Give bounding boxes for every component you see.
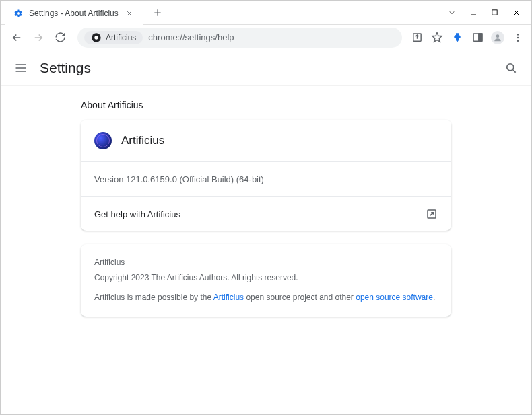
back-button[interactable]	[7, 28, 26, 47]
tab-title: Settings - About Artificius	[29, 9, 119, 18]
external-link-icon	[426, 208, 438, 220]
site-info-badge[interactable]: Artificius	[84, 31, 143, 44]
svg-point-8	[517, 36, 519, 38]
titlebar: Settings - About Artificius	[1, 1, 531, 25]
get-help-button[interactable]: Get help with Artificius	[81, 197, 451, 231]
side-panel-icon[interactable]	[471, 31, 484, 44]
new-tab-button[interactable]	[148, 3, 167, 22]
svg-rect-0	[492, 9, 497, 14]
profile-icon[interactable]	[491, 31, 504, 44]
share-icon[interactable]	[410, 31, 424, 44]
svg-point-2	[94, 36, 98, 39]
content-area: Settings About Artificius Artificius Ver…	[1, 50, 531, 414]
menu-icon[interactable]	[511, 31, 525, 44]
version-text: Version 121.0.6159.0 (Official Build) (6…	[81, 162, 451, 196]
browser-tab[interactable]: Settings - About Artificius	[5, 2, 143, 25]
forward-button[interactable]	[29, 28, 48, 47]
maximize-icon[interactable]	[491, 9, 500, 17]
info-oss-line: Artificius is made possible by the Artif…	[94, 291, 438, 304]
settings-header: Settings	[1, 50, 531, 86]
close-icon[interactable]	[124, 8, 135, 19]
minimize-icon[interactable]	[469, 9, 479, 17]
info-prefix: Artificius is made possible by the	[94, 293, 213, 302]
bookmark-icon[interactable]	[430, 31, 444, 44]
window-controls	[448, 9, 531, 17]
app-name: Artificius	[121, 134, 164, 147]
help-label: Get help with Artificius	[94, 209, 180, 219]
info-mid: open source project and other	[244, 293, 356, 302]
info-suffix: .	[433, 293, 435, 302]
search-icon[interactable]	[504, 61, 518, 75]
address-bar[interactable]: Artificius chrome://settings/help	[77, 28, 402, 48]
oss-link[interactable]: open source software	[356, 293, 433, 302]
hamburger-icon[interactable]	[14, 61, 28, 75]
svg-point-9	[517, 40, 519, 42]
gear-icon	[13, 8, 24, 19]
info-name: Artificius	[94, 256, 438, 269]
section-title: About Artificius	[81, 100, 451, 110]
info-card: Artificius Copyright 2023 The Artificius…	[81, 244, 451, 317]
app-header-row: Artificius	[81, 120, 451, 161]
svg-point-7	[517, 34, 519, 36]
about-card: Artificius Version 121.0.6159.0 (Officia…	[81, 120, 451, 231]
svg-rect-5	[478, 34, 481, 41]
svg-point-10	[507, 64, 514, 71]
artificius-link[interactable]: Artificius	[213, 293, 244, 302]
svg-point-6	[496, 34, 500, 38]
app-logo-icon	[94, 132, 112, 149]
close-icon[interactable]	[512, 9, 522, 17]
page-content: About Artificius Artificius Version 121.…	[1, 86, 531, 330]
extension-icon[interactable]	[451, 31, 464, 44]
page-title: Settings	[40, 60, 492, 76]
info-copyright: Copyright 2023 The Artificius Authors. A…	[94, 272, 438, 285]
browser-window: Settings - About Artificius	[0, 0, 532, 415]
site-icon	[91, 32, 102, 43]
reload-button[interactable]	[51, 28, 69, 47]
site-name: Artificius	[106, 33, 136, 42]
toolbar: Artificius chrome://settings/help	[1, 25, 531, 50]
url-text: chrome://settings/help	[148, 32, 234, 42]
chevron-down-icon[interactable]	[448, 9, 457, 17]
